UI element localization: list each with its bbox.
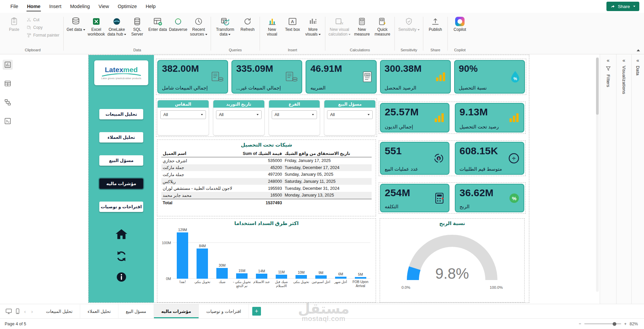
kpi-avg-order-value[interactable]: 608.15K متوسط قيم الطلبيات ÷ (455, 142, 524, 175)
bar[interactable] (177, 232, 188, 279)
kpi-collection-rate[interactable]: 90% نسبة التحصيل % (454, 60, 525, 94)
bar-column[interactable]: 10Mتحويل بنكى (291, 228, 311, 297)
report-page[interactable]: Latexmed Latex gloves /plastic&rubber pr… (89, 55, 529, 303)
tab-suggestions[interactable]: اقتراحات و توصيات (199, 304, 249, 318)
refresh-button[interactable]: Refresh (237, 15, 258, 34)
menu-insert[interactable]: Insert (45, 0, 66, 13)
collapse-ribbon-icon[interactable] (637, 49, 640, 51)
filter-supply-date-dropdown[interactable]: All (216, 110, 262, 119)
sensitivity-button[interactable]: Sensitivity (397, 15, 421, 34)
kpi-under-collection[interactable]: 9.13M رصيد تحت التحصيل (455, 103, 524, 132)
bar-column[interactable]: 6Mأجل شهر (331, 228, 351, 297)
new-visual-calculation-button[interactable]: fx New visual calculation (327, 15, 352, 39)
onelake-data-hub-button[interactable]: OneLake data hub (107, 15, 127, 39)
new-page-button[interactable]: + (252, 307, 261, 316)
refresh-page-button[interactable] (115, 251, 128, 262)
bar-column[interactable]: 14Mعند الاستلام (252, 228, 272, 297)
tab-sales-analysis[interactable]: تحليل المبيعات (39, 304, 80, 318)
kpi-collected-balance[interactable]: 300.38M الرصيد المحصل (380, 60, 451, 94)
filters-pane-label[interactable]: Filters (606, 74, 611, 87)
data-pane-label[interactable]: Data (635, 66, 640, 75)
quick-measure-button[interactable]: Quick measure (372, 15, 392, 39)
enter-data-button[interactable]: Enter data (148, 15, 168, 34)
recent-sources-button[interactable]: Recent sources (189, 15, 209, 39)
expand-visualizations-icon[interactable]: « (623, 58, 625, 63)
header-client-name[interactable]: اسم العميل (161, 150, 239, 157)
info-button[interactable] (116, 271, 127, 283)
copy-button[interactable]: Copy (25, 24, 61, 31)
share-button[interactable]: Share (606, 2, 639, 11)
zoom-out-icon[interactable]: − (579, 322, 581, 326)
nav-financial-indicators[interactable]: مؤشرات ماليه (99, 178, 143, 189)
table-row[interactable]: محمد جابر محمد16500Monday, January 13, 2… (161, 192, 372, 199)
zoom-in-icon[interactable]: + (624, 322, 627, 326)
canvas-scrollbar[interactable] (596, 57, 599, 292)
menu-file[interactable]: File (6, 0, 22, 13)
kpi-sales-count[interactable]: 551 عدد عمليات البيع $ (380, 142, 449, 175)
kpi-tax[interactable]: 46.91M الضريبه TAX (306, 60, 376, 94)
table-row[interactable]: جملة ماركت497200Sunday, January 05, 2025 (161, 171, 372, 178)
dataverse-button[interactable]: Dataverse (168, 15, 188, 34)
filter-size-dropdown[interactable]: All (160, 110, 206, 119)
model-view-button[interactable] (3, 97, 13, 107)
bar[interactable] (276, 275, 287, 279)
table-row[interactable]: جملة ماركت45200Tuesday, December 17, 202… (161, 164, 372, 171)
bar[interactable] (296, 275, 307, 279)
bar-column[interactable]: 9Mاجل اسبوعين (311, 228, 331, 297)
more-visuals-button[interactable]: More visuals (303, 15, 323, 39)
prev-page-icon[interactable]: ‹ (23, 309, 27, 314)
header-due-date[interactable]: تاريخ الاستحقاق من واقع الشيك (283, 150, 372, 157)
table-view-button[interactable] (3, 78, 13, 89)
table-row[interactable]: اشرف حجازي535000Friday, January 17, 2025 (161, 157, 372, 164)
format-painter-button[interactable]: Format painter (25, 32, 61, 39)
bar[interactable] (315, 275, 327, 279)
bar-column[interactable]: 15Mتحويل بنكي - تم الدفع (232, 228, 252, 297)
tab-financial-indicators[interactable]: مؤشرات ماليه (154, 304, 199, 318)
report-view-button[interactable] (3, 60, 13, 70)
bar-column[interactable]: 11Mشيك قبل الاستلام (272, 228, 291, 297)
dax-query-view-button[interactable] (3, 116, 13, 126)
bar-column[interactable]: 129Mنقدا! (173, 228, 193, 297)
tab-sales-officer[interactable]: مسؤل البيع (118, 304, 154, 318)
paste-button[interactable]: Paste (4, 15, 24, 34)
checks-under-collection-table[interactable]: شيكات تحت التحصيل اسم العميل Sum of قيمة… (157, 140, 376, 216)
menu-view[interactable]: View (94, 0, 113, 13)
expand-filters-icon[interactable]: « (607, 58, 609, 63)
nav-suggestions[interactable]: اقتراحات و توصيات (99, 202, 143, 212)
filter-branch-dropdown[interactable]: All (272, 110, 317, 119)
expand-data-icon[interactable]: « (636, 58, 639, 63)
nav-sales-analysis[interactable]: تحليل المبيعات (99, 109, 143, 119)
transform-data-button[interactable]: Transform data (213, 15, 237, 39)
profit-ratio-gauge[interactable]: نسبة الربح 9.8% 0.0% 100.0% (380, 219, 524, 302)
bar-column[interactable]: 30Mشيك (212, 228, 232, 297)
next-page-icon[interactable]: › (30, 309, 34, 314)
filter-sales-officer-dropdown[interactable]: All (327, 110, 373, 119)
kpi-cost[interactable]: 254M التكلفه (380, 184, 449, 212)
excel-workbook-button[interactable]: Excel workbook (86, 15, 106, 39)
bar[interactable] (256, 274, 267, 279)
sql-server-button[interactable]: SQL Server (127, 15, 147, 39)
new-measure-button[interactable]: New measure (352, 15, 372, 39)
visualizations-pane-label[interactable]: Visualizations (622, 66, 627, 94)
copilot-button[interactable]: Copilot (450, 15, 470, 34)
desktop-layout-icon[interactable] (5, 308, 12, 314)
new-visual-button[interactable]: New visual (262, 15, 282, 39)
payment-methods-chart[interactable]: اكثر طرق السداد استخداما 129Mنقدا!84Mتحو… (157, 219, 376, 302)
cut-button[interactable]: Cut (25, 16, 61, 23)
zoom-slider[interactable] (584, 323, 621, 324)
kpi-profit[interactable]: 36.62M الربح % (455, 184, 524, 212)
bar[interactable] (216, 268, 228, 279)
kpi-total-debts[interactable]: 25.57M إجمالي الديون (380, 103, 449, 132)
zoom-slider-thumb[interactable] (612, 322, 616, 326)
bar[interactable] (236, 273, 248, 279)
header-check-amount[interactable]: Sum of قيمة الشيك (239, 150, 283, 157)
table-row[interactable]: لاجون للخدمات الطبية - مستشفي لوران19559… (161, 185, 372, 192)
nav-customer-analysis[interactable]: تحليل العملاء (99, 132, 143, 143)
menu-optimize[interactable]: Optimize (113, 0, 141, 13)
bar[interactable] (197, 249, 208, 279)
menu-modeling[interactable]: Modeling (66, 0, 94, 13)
nav-sales-officer[interactable]: مسؤل البيع (99, 155, 143, 166)
mobile-layout-icon[interactable] (15, 308, 20, 314)
publish-button[interactable]: Publish (425, 15, 445, 34)
scrollbar-thumb[interactable] (596, 58, 599, 115)
